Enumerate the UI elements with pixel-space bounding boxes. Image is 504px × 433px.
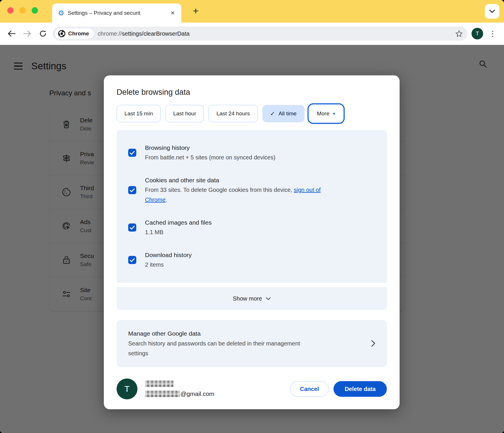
account-info: @gmail.com — [145, 381, 214, 397]
tab-strip: ⚙ Settings – Privacy and securit ✕ + — [0, 0, 504, 23]
manage-other-google-data[interactable]: Manage other Google data Search history … — [117, 320, 387, 367]
cookies-checkbox[interactable] — [128, 186, 136, 194]
account-avatar: T — [117, 379, 137, 399]
chip-last-24-hours[interactable]: Last 24 hours — [209, 105, 258, 122]
check-icon — [130, 225, 135, 230]
tab-search-chevron-button[interactable] — [485, 4, 499, 19]
show-more-button[interactable]: Show more — [117, 287, 387, 310]
traffic-lights — [7, 7, 38, 14]
cancel-button[interactable]: Cancel — [290, 381, 329, 397]
dialog-footer: T @gmail.com Cancel Delete data — [117, 379, 387, 399]
tab-settings[interactable]: ⚙ Settings – Privacy and securit ✕ — [52, 3, 181, 23]
check-icon — [130, 188, 135, 192]
url-path: settings/clearBrowserData — [122, 30, 189, 37]
star-icon — [455, 30, 463, 37]
cookies-row[interactable]: Cookies and other site data From 33 site… — [128, 176, 375, 205]
account-email-redacted — [145, 391, 180, 397]
url-scheme: chrome:// — [98, 30, 122, 37]
reload-icon — [39, 30, 47, 37]
tab-title: Settings – Privacy and securit — [68, 10, 165, 16]
zoom-window-button[interactable] — [32, 7, 38, 14]
download-history-row[interactable]: Download history 2 items — [128, 250, 375, 270]
download-history-checkbox[interactable] — [128, 256, 136, 264]
bookmark-button[interactable] — [455, 30, 463, 37]
row-label: Cached images and files 1.1 MB — [145, 218, 212, 237]
forward-button[interactable] — [21, 28, 33, 39]
row-label: Cookies and other site data From 33 site… — [145, 176, 336, 205]
minimize-window-button[interactable] — [19, 7, 26, 14]
row-label: Browsing history From battle.net + 5 sit… — [145, 143, 275, 162]
browsing-history-checkbox[interactable] — [128, 149, 136, 157]
forward-arrow-icon — [23, 30, 31, 37]
close-tab-icon[interactable]: ✕ — [169, 9, 177, 17]
back-button[interactable] — [6, 28, 17, 39]
check-icon — [130, 258, 135, 262]
check-icon — [130, 151, 135, 155]
chip-last-15-min[interactable]: Last 15 min — [117, 105, 161, 122]
browsing-history-row[interactable]: Browsing history From battle.net + 5 sit… — [128, 143, 375, 162]
chip-all-time[interactable]: ✓ All time — [262, 105, 304, 122]
cached-images-row[interactable]: Cached images and files 1.1 MB — [128, 218, 375, 237]
reload-button[interactable] — [37, 28, 49, 39]
chevron-down-icon — [266, 297, 271, 300]
close-window-button[interactable] — [7, 7, 14, 14]
delete-data-button[interactable]: Delete data — [333, 381, 387, 397]
dialog-title: Delete browsing data — [117, 87, 387, 97]
chip-last-hour[interactable]: Last hour — [165, 105, 204, 122]
settings-gear-favicon-icon: ⚙ — [58, 10, 64, 17]
row-label: Download history 2 items — [145, 250, 192, 270]
cached-images-checkbox[interactable] — [128, 223, 136, 232]
chrome-logo-icon — [58, 30, 66, 37]
manage-text: Manage other Google data Search history … — [128, 329, 371, 358]
account-name-redacted — [145, 381, 173, 387]
data-types-list: Browsing history From battle.net + 5 sit… — [117, 130, 387, 283]
back-arrow-icon — [8, 30, 15, 37]
chevron-down-icon — [489, 10, 495, 13]
profile-avatar[interactable]: T — [472, 28, 483, 39]
delete-browsing-data-dialog: Delete browsing data Last 15 min Last ho… — [104, 75, 400, 409]
browser-window: ⚙ Settings – Privacy and securit ✕ + — [0, 0, 504, 433]
url-text: chrome://settings/clearBrowserData — [98, 30, 451, 37]
address-bar[interactable]: Chrome chrome://settings/clearBrowserDat… — [53, 27, 467, 41]
browser-toolbar: Chrome chrome://settings/clearBrowserDat… — [0, 23, 504, 45]
time-range-chips: Last 15 min Last hour Last 24 hours ✓ Al… — [117, 105, 387, 122]
chevron-right-icon — [371, 340, 375, 347]
chrome-origin-chip[interactable]: Chrome — [55, 28, 94, 39]
chip-more[interactable]: More ▾ — [309, 105, 343, 122]
chrome-chip-label: Chrome — [68, 30, 89, 37]
page-content: Settings Privacy and s Dele Dele — [0, 45, 504, 433]
account-email-domain: @gmail.com — [180, 390, 214, 397]
new-tab-button[interactable]: + — [189, 4, 202, 17]
browser-menu-button[interactable]: ⋮ — [487, 29, 498, 38]
check-icon: ✓ — [270, 110, 275, 117]
dropdown-caret-icon: ▾ — [333, 111, 335, 116]
